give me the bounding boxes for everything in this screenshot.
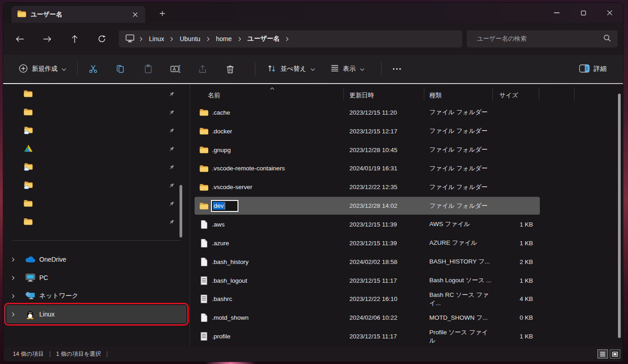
file-row[interactable]: dev2023/12/28 14:02ファイル フォルダー [190, 196, 623, 215]
breadcrumb-item[interactable]: Ubuntu [179, 35, 200, 42]
file-row[interactable]: .bashrc2023/12/22 16:10Bash RC ソース ファイ..… [190, 290, 623, 308]
details-pane-icon [579, 64, 590, 74]
large-icons-view-toggle[interactable] [610, 349, 620, 359]
sidebar-item-linux[interactable]: Linux [6, 305, 186, 323]
expand-chevron-icon[interactable] [11, 294, 16, 299]
pinned-folder-item[interactable] [3, 140, 190, 158]
file-row[interactable]: .vscode-remote-containers2024/01/19 16:3… [190, 159, 623, 178]
file-row[interactable]: .aws2023/12/15 11:39AWS ファイル1 KB [190, 215, 623, 234]
refresh-button[interactable] [93, 30, 111, 48]
copy-button[interactable] [111, 60, 130, 78]
file-row[interactable]: .bash_logout2023/12/15 11:17Bash Logout … [190, 271, 623, 290]
paste-button[interactable] [139, 60, 157, 78]
search-box[interactable]: ユーザー名の検索 [467, 30, 617, 47]
forward-button[interactable] [38, 30, 56, 48]
folder-icon [200, 109, 208, 116]
tab-close-icon[interactable] [130, 9, 141, 20]
up-button[interactable] [65, 30, 84, 48]
breadcrumb-chevron-icon[interactable] [285, 37, 289, 42]
column-header-name[interactable]: 名前 [190, 84, 343, 103]
column-divider[interactable] [343, 88, 344, 100]
column-divider[interactable] [539, 88, 539, 100]
file-type: ファイル フォルダー [424, 202, 492, 210]
column-header-size[interactable]: サイズ [492, 84, 539, 103]
chevron-down-icon [62, 65, 66, 73]
close-button[interactable] [596, 3, 623, 23]
file-modified: 2024/02/06 10:22 [343, 314, 424, 321]
sidebar-item-ネットワーク[interactable]: ネットワーク [6, 287, 186, 305]
share-button[interactable] [194, 60, 212, 78]
file-row[interactable]: .bash_history2024/02/02 18:58BASH_HISTOR… [190, 253, 623, 271]
file-row[interactable]: .azure2023/12/15 11:39AZURE ファイル1 KB [190, 234, 623, 253]
back-button[interactable] [11, 30, 29, 48]
status-divider [107, 351, 107, 357]
breadcrumb-chevron-icon[interactable] [139, 37, 143, 42]
maximize-button[interactable] [570, 3, 596, 23]
breadcrumb-item[interactable]: ユーザー名 [248, 35, 280, 43]
file-modified: 2024/02/02 18:58 [343, 258, 424, 265]
pinned-folder-item[interactable] [3, 158, 190, 177]
sidebar-item-onedrive[interactable]: OneDrive [6, 250, 186, 269]
file-row[interactable]: .profile2023/12/15 11:17Profile ソース ファイル… [190, 327, 623, 346]
breadcrumb-item[interactable]: home [216, 35, 232, 42]
new-item-button[interactable]: 新規作成 [14, 60, 71, 78]
file-name: .bashrc [212, 295, 232, 302]
file-list-scrollbar[interactable] [618, 94, 621, 338]
sidebar-scrollbar[interactable] [179, 185, 182, 237]
pinned-folder-item[interactable] [3, 122, 190, 140]
column-divider[interactable] [424, 88, 424, 100]
file-row[interactable]: .motd_shown2024/02/06 10:22MOTD_SHOWN フ.… [190, 308, 623, 327]
breadcrumb-chevron-icon[interactable] [170, 37, 174, 42]
sidebar-item-pc[interactable]: PC [6, 269, 186, 287]
tab-bar: ユーザー名 [3, 3, 623, 23]
delete-button[interactable] [221, 60, 239, 78]
new-tab-button[interactable] [156, 8, 168, 18]
cut-button[interactable] [84, 60, 102, 78]
breadcrumb[interactable]: LinuxUbuntuhomeユーザー名 [119, 30, 462, 47]
pinned-folder-item[interactable] [3, 213, 190, 232]
file-modified: 2023/12/15 11:39 [343, 240, 424, 247]
expand-chevron-icon[interactable] [11, 312, 16, 317]
more-options-button[interactable] [388, 60, 406, 78]
file-row[interactable]: .gnupg2023/12/28 10:45ファイル フォルダー [190, 141, 623, 159]
rename-button[interactable]: A [166, 60, 185, 78]
expand-chevron-icon[interactable] [11, 275, 16, 280]
file-modified: 2023/12/28 10:45 [343, 147, 424, 153]
details-view-toggle[interactable] [597, 349, 608, 359]
pinned-folder-item[interactable] [3, 104, 190, 122]
rename-input[interactable]: dev [211, 200, 238, 212]
details-pane-label: 詳細 [594, 65, 607, 73]
sort-button[interactable]: 並べ替え [262, 60, 321, 78]
column-divider[interactable] [492, 88, 493, 100]
pc-icon [25, 274, 35, 282]
breadcrumb-chevron-icon[interactable] [238, 37, 242, 42]
pin-icon [168, 219, 174, 227]
folder-icon [200, 127, 208, 135]
pinned-folder-item[interactable] [3, 85, 190, 104]
search-placeholder: ユーザー名の検索 [477, 35, 603, 43]
sidebar-item-label: PC [39, 274, 48, 281]
file-modified: 2024/01/19 16:31 [343, 165, 424, 172]
expand-chevron-icon[interactable] [11, 257, 16, 262]
pinned-folder-item[interactable] [3, 195, 190, 213]
file-row[interactable]: .cache2023/12/15 11:20ファイル フォルダー [190, 103, 623, 122]
pinned-folder-item[interactable] [3, 177, 190, 195]
folder-icon [200, 184, 208, 191]
breadcrumb-item[interactable]: Linux [149, 35, 164, 42]
file-row[interactable]: .vscode-server2023/12/22 12:35ファイル フォルダー [190, 178, 623, 196]
file-name: .aws [212, 221, 225, 228]
column-header-type[interactable]: 種類 [424, 84, 492, 103]
breadcrumb-chevron-icon[interactable] [206, 37, 210, 42]
view-button[interactable]: 表示 [325, 61, 370, 77]
search-icon[interactable] [603, 34, 611, 44]
file-row[interactable]: .docker2023/12/15 12:17ファイル フォルダー [190, 122, 623, 141]
column-divider[interactable] [574, 88, 575, 100]
file-name: .cache [212, 109, 230, 116]
pin-icon [168, 201, 174, 209]
details-pane-button[interactable]: 詳細 [574, 61, 612, 78]
explorer-tab[interactable]: ユーザー名 [11, 6, 145, 23]
file-size: 1 KB [492, 240, 539, 247]
minimize-button[interactable] [544, 3, 570, 23]
pin-icon [168, 164, 174, 173]
column-header-modified[interactable]: 更新日時 [343, 84, 424, 103]
